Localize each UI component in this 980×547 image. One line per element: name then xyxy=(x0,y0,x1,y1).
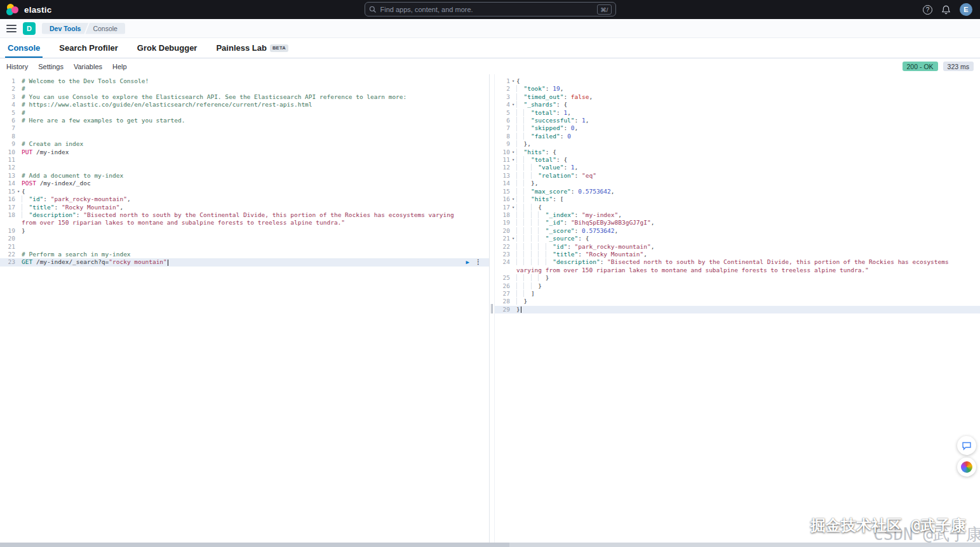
fold-toggle-icon[interactable]: ▾ xyxy=(510,77,516,85)
menu-icon[interactable] xyxy=(6,25,17,32)
editor-line[interactable]: 5# xyxy=(0,109,489,117)
editor-line[interactable]: 11▾ "total": { xyxy=(495,156,980,164)
editor-line[interactable]: 6# Here are a few examples to get you st… xyxy=(0,117,489,124)
editor-line[interactable]: 15 "max_score": 0.5753642, xyxy=(495,188,980,195)
tab-grok-debugger[interactable]: Grok Debugger xyxy=(135,38,200,58)
editor-line[interactable]: 27 ] xyxy=(495,290,980,298)
editor-line[interactable]: 18 "description": "Bisected north to sou… xyxy=(0,211,489,227)
editor-line[interactable]: 6 "successful": 1, xyxy=(495,117,980,124)
tab-search-profiler[interactable]: Search Profiler xyxy=(57,38,121,58)
editor-line[interactable]: 18 "_index": "my-index", xyxy=(495,211,980,219)
fold-toggle-icon[interactable]: ▾ xyxy=(510,235,516,242)
fold-toggle-icon[interactable]: ▾ xyxy=(510,156,516,164)
editor-line[interactable]: 22 "id": "park_rocky-mountain", xyxy=(495,243,980,251)
editor-line[interactable]: 19 "_id": "BihqSpEBy3w8B3gGJ7gI", xyxy=(495,219,980,227)
toolbar-history[interactable]: History xyxy=(6,63,28,70)
editor-line[interactable]: 22# Perform a search in my-index xyxy=(0,251,489,258)
editor-line[interactable]: 8 "failed": 0 xyxy=(495,133,980,140)
notifications-icon[interactable] xyxy=(941,5,951,15)
editor-line[interactable]: 14 }, xyxy=(495,180,980,187)
search-input[interactable] xyxy=(380,6,594,13)
code-token xyxy=(22,204,29,211)
resizer-grip-icon[interactable] xyxy=(491,304,493,313)
extension-widget-button[interactable] xyxy=(957,458,976,477)
breadcrumb-dev-tools[interactable]: Dev Tools xyxy=(42,23,88,34)
code-line-content xyxy=(22,156,489,164)
chat-widget-button[interactable] xyxy=(957,436,976,455)
send-request-button[interactable]: ▶ xyxy=(466,258,469,266)
toolbar-variables[interactable]: Variables xyxy=(74,63,102,70)
editor-line[interactable]: 12 xyxy=(0,164,489,171)
editor-line[interactable]: 5 "total": 1, xyxy=(495,109,980,117)
request-options-button[interactable]: ⋮ xyxy=(475,258,481,266)
code-line-content: POST /my-index/_doc xyxy=(22,180,489,187)
fold-toggle-icon[interactable]: ▾ xyxy=(510,101,516,109)
editor-line[interactable]: 20 "_score": 0.5753642, xyxy=(495,227,980,235)
editor-line[interactable]: 8 xyxy=(0,133,489,140)
editor-line[interactable]: 3 "timed_out": false, xyxy=(495,93,980,101)
editor-line[interactable]: 9 }, xyxy=(495,140,980,148)
editor-line[interactable]: 20 xyxy=(0,235,489,242)
line-number: 8 xyxy=(0,133,22,140)
editor-line[interactable]: 16▾ "hits": [ xyxy=(495,195,980,203)
tab-console[interactable]: Console xyxy=(5,38,43,58)
editor-line[interactable]: 25 } xyxy=(495,274,980,282)
editor-line[interactable]: 13 "relation": "eq" xyxy=(495,172,980,180)
watermark-primary: 掘金技术社区 @武子康 xyxy=(810,515,966,536)
code-token xyxy=(516,235,523,242)
editor-line[interactable]: 16 "id": "park_rocky-mountain", xyxy=(0,195,489,203)
global-search[interactable]: ⌘/ xyxy=(365,2,616,16)
editor-line[interactable]: 13# Add a document to my-index xyxy=(0,172,489,180)
editor-line[interactable]: 12 "value": 1, xyxy=(495,164,980,171)
elastic-logo[interactable] xyxy=(6,3,19,16)
fold-toggle-icon[interactable]: ▾ xyxy=(15,188,22,195)
scrollbar-thumb[interactable] xyxy=(0,543,509,547)
editor-line[interactable]: 4# https://www.elastic.co/guide/en/elast… xyxy=(0,101,489,109)
code-token xyxy=(546,251,553,258)
code-token: : xyxy=(567,243,574,250)
editor-line[interactable]: 21▾ "_source": { xyxy=(495,235,980,242)
editor-line[interactable]: 17 "title": "Rocky Mountain", xyxy=(0,204,489,211)
editor-line[interactable]: 4▾ "_shards": { xyxy=(495,101,980,109)
editor-line[interactable]: 3# You can use Console to explore the El… xyxy=(0,93,489,101)
request-editor[interactable]: 1# Welcome to the Dev Tools Console!2#3#… xyxy=(0,74,489,547)
code-line-content: "value": 1, xyxy=(516,164,980,171)
line-number: 10 xyxy=(0,148,22,156)
editor-line[interactable]: 15▾{ xyxy=(0,188,489,195)
panel-resizer[interactable] xyxy=(489,74,495,547)
editor-line[interactable]: 23 "title": "Rocky Mountain", xyxy=(495,251,980,258)
toolbar-help[interactable]: Help xyxy=(112,63,127,70)
editor-line[interactable]: 10▾ "hits": { xyxy=(495,148,980,156)
response-time-badge: 323 ms xyxy=(943,62,974,71)
editor-line[interactable]: 17▾ { xyxy=(495,204,980,211)
editor-line[interactable]: 9# Create an index xyxy=(0,140,489,148)
editor-line[interactable]: 23GET /my-index/_search?q="rocky mountai… xyxy=(0,258,489,266)
code-token xyxy=(516,172,523,179)
horizontal-scrollbar[interactable] xyxy=(0,543,980,547)
fold-toggle-icon[interactable]: ▾ xyxy=(510,195,516,203)
user-avatar[interactable]: E xyxy=(960,3,972,16)
response-viewer[interactable]: 1▾{2 "took": 19,3 "timed_out": false,4▾ … xyxy=(495,74,980,547)
editor-line[interactable]: 1# Welcome to the Dev Tools Console! xyxy=(0,77,489,85)
editor-line[interactable]: 1▾{ xyxy=(495,77,980,85)
space-avatar[interactable]: D xyxy=(23,22,36,35)
editor-line[interactable]: 7 "skipped": 0, xyxy=(495,124,980,132)
editor-line[interactable]: 29} xyxy=(495,306,980,313)
fold-toggle-icon[interactable]: ▾ xyxy=(510,204,516,211)
editor-line[interactable]: 21 xyxy=(0,243,489,251)
editor-line[interactable]: 14POST /my-index/_doc xyxy=(0,180,489,187)
help-icon[interactable]: ? xyxy=(923,5,932,15)
editor-line[interactable]: 26 } xyxy=(495,282,980,290)
editor-line[interactable]: 7 xyxy=(0,124,489,132)
editor-line[interactable]: 28 } xyxy=(495,298,980,305)
fold-toggle-icon[interactable]: ▾ xyxy=(510,148,516,156)
editor-line[interactable]: 2# xyxy=(0,85,489,93)
editor-line[interactable]: 19} xyxy=(0,227,489,235)
toolbar-settings[interactable]: Settings xyxy=(38,63,64,70)
tab-painless-lab[interactable]: Painless Lab BETA xyxy=(213,38,291,58)
editor-line[interactable]: 11 xyxy=(0,156,489,164)
editor-line[interactable]: 2 "took": 19, xyxy=(495,85,980,93)
editor-line[interactable]: 24 "description": "Bisected north to sou… xyxy=(495,258,980,274)
editor-line[interactable]: 10PUT /my-index xyxy=(0,148,489,156)
code-token: /my-index/_doc xyxy=(40,180,91,187)
